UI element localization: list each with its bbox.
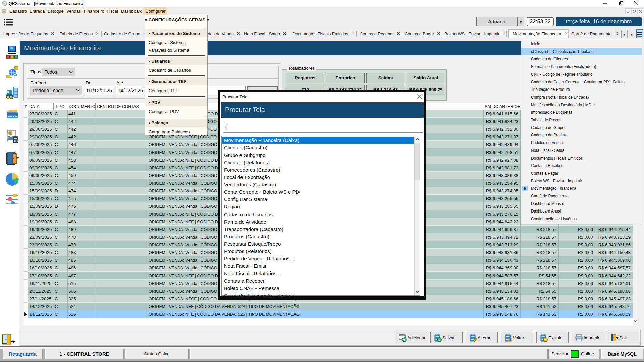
svg-text:$: $ <box>9 131 11 135</box>
